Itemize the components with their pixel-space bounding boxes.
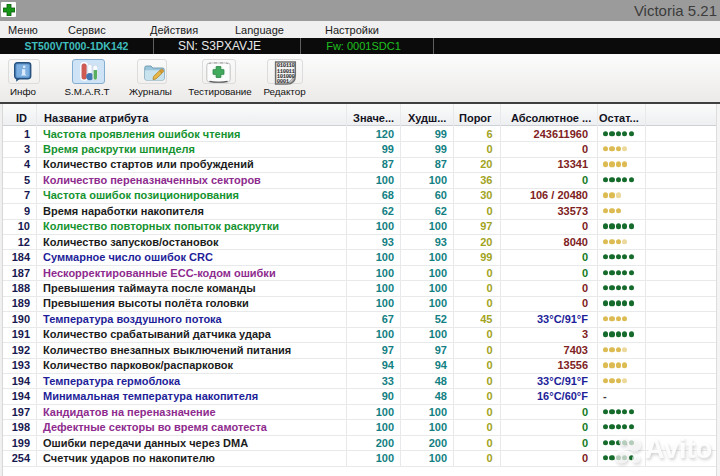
svg-text:0001: 0001 [276, 78, 289, 85]
